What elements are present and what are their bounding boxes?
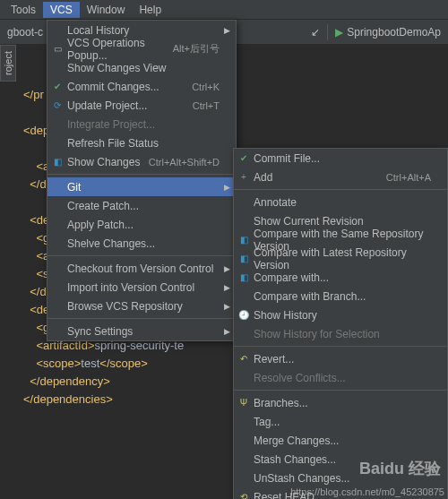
diff-icon: ◧ xyxy=(51,156,64,168)
menu-item-revert[interactable]: ↶Revert... xyxy=(234,349,447,368)
menu-item-show-history-sel: Show History for Selection xyxy=(234,324,447,343)
vcs-dropdown-menu: Local History▶ ▭VCS Operations Popup...A… xyxy=(47,20,237,341)
reset-icon: ⟲ xyxy=(237,491,250,500)
commit-icon: ✔ xyxy=(237,152,250,165)
update-icon: ⟳ xyxy=(51,99,64,112)
menu-item-show-history[interactable]: 🕘Show History xyxy=(234,305,447,324)
menu-item-resolve: Resolve Conflicts... xyxy=(234,368,447,387)
menu-item-integrate: Integrate Project... xyxy=(47,115,236,133)
menu-item-sync-settings[interactable]: Sync Settings▶ xyxy=(47,322,236,340)
menu-item-browse-repo[interactable]: Browse VCS Repository▶ xyxy=(47,297,236,315)
separator xyxy=(234,346,447,347)
submenu-arrow-icon: ▶ xyxy=(224,327,230,336)
separator xyxy=(327,24,328,40)
down-arrow-icon: ↙ xyxy=(311,26,320,39)
menu-item-apply-patch[interactable]: Apply Patch... xyxy=(47,215,236,234)
commit-icon: ✔ xyxy=(51,81,64,93)
menu-window[interactable]: Window xyxy=(80,2,133,18)
separator xyxy=(47,255,236,256)
menu-item-compare-latest[interactable]: ◧Compare with Latest Repository Version xyxy=(234,249,447,268)
menu-item-checkout[interactable]: Checkout from Version Control▶ xyxy=(47,259,236,278)
separator xyxy=(234,189,447,190)
menu-item-tag[interactable]: Tag... xyxy=(234,412,447,431)
separator xyxy=(234,390,447,391)
menu-item-annotate[interactable]: Annotate xyxy=(234,193,447,211)
submenu-arrow-icon: ▶ xyxy=(224,283,230,292)
run-config[interactable]: ↙ ▶ SpringbootDemoAp xyxy=(311,24,441,40)
menu-item-git[interactable]: Git▶ xyxy=(47,177,236,196)
breadcrumb: gboot-c xyxy=(7,26,43,39)
git-submenu: ✔Commit File... +AddCtrl+Alt+A Annotate … xyxy=(233,148,448,499)
add-icon: + xyxy=(237,171,250,184)
menu-item-show-changes[interactable]: ◧Show ChangesCtrl+Alt+Shift+D xyxy=(47,152,236,171)
submenu-arrow-icon: ▶ xyxy=(224,26,230,35)
menu-help[interactable]: Help xyxy=(132,2,168,18)
diff-icon: ◧ xyxy=(237,234,250,246)
source-url: https://blog.csdn.net/m0_45230875 xyxy=(290,486,444,497)
revert-icon: ↶ xyxy=(237,353,250,366)
menu-item-create-patch[interactable]: Create Patch... xyxy=(47,196,236,215)
diff-icon: ◧ xyxy=(237,253,250,265)
project-tool-window-tab[interactable]: roject xyxy=(0,45,16,82)
menu-item-vcs-operations[interactable]: ▭VCS Operations Popup...Alt+后引号 xyxy=(47,39,236,58)
menu-item-refresh[interactable]: Refresh File Status xyxy=(47,133,236,152)
separator xyxy=(47,318,236,319)
popup-icon: ▭ xyxy=(51,43,64,56)
menu-item-shelve[interactable]: Shelve Changes... xyxy=(47,234,236,253)
menu-tools[interactable]: Tools xyxy=(4,2,43,18)
menu-item-add[interactable]: +AddCtrl+Alt+A xyxy=(234,168,447,186)
menu-item-import[interactable]: Import into Version Control▶ xyxy=(47,278,236,297)
separator xyxy=(47,174,236,175)
branch-icon: Ψ xyxy=(237,397,250,409)
menu-item-compare-with[interactable]: ◧Compare with... xyxy=(234,268,447,287)
watermark: Baidu 经验 xyxy=(359,458,441,479)
submenu-arrow-icon: ▶ xyxy=(224,264,230,273)
menu-item-branches[interactable]: ΨBranches... xyxy=(234,393,447,412)
menu-item-show-changes-view[interactable]: Show Changes View xyxy=(47,58,236,77)
menubar: Tools VCS Window Help xyxy=(0,0,448,20)
diff-icon: ◧ xyxy=(237,271,250,284)
menu-item-update-project[interactable]: ⟳Update Project...Ctrl+T xyxy=(47,96,236,115)
submenu-arrow-icon: ▶ xyxy=(224,183,230,192)
run-icon[interactable]: ▶ xyxy=(335,26,343,39)
submenu-arrow-icon: ▶ xyxy=(224,302,230,311)
menu-vcs[interactable]: VCS xyxy=(43,2,80,18)
menu-item-commit-changes[interactable]: ✔Commit Changes...Ctrl+K xyxy=(47,77,236,96)
run-config-name: SpringbootDemoAp xyxy=(347,26,441,39)
menu-item-commit-file[interactable]: ✔Commit File... xyxy=(234,149,447,168)
history-icon: 🕘 xyxy=(237,309,250,322)
menu-item-merge[interactable]: Merge Changes... xyxy=(234,431,447,450)
menu-item-compare-branch[interactable]: Compare with Branch... xyxy=(234,287,447,305)
